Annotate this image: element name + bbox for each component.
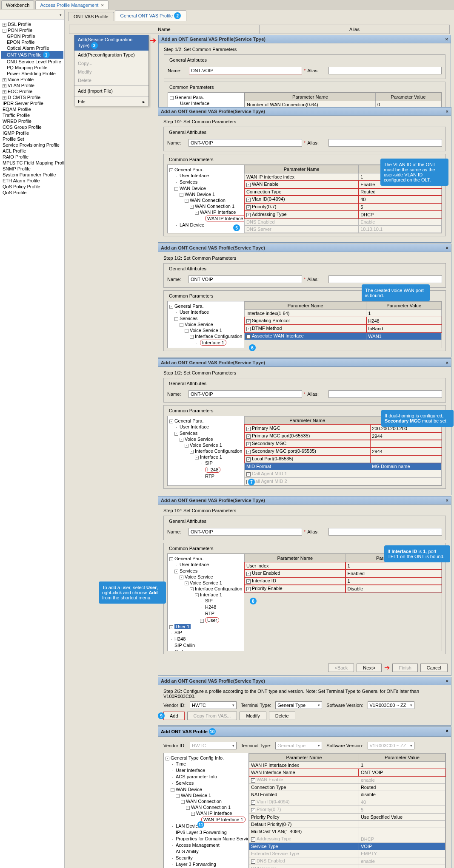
close-icon[interactable]: × [445,37,448,42]
sidebar-item[interactable]: Optical Alarm Profile [1,45,63,51]
cancel-button[interactable]: Cancel [420,664,448,672]
sidebar-item[interactable]: Traffic Profile [1,112,63,118]
sidebar-item[interactable]: GPON Profile [1,33,63,39]
tree-node[interactable]: ·Security [166,855,247,861]
tree-node[interactable]: -Voice Service 1 [169,442,242,448]
tree-node[interactable]: ·H248 [169,636,242,642]
tree-node[interactable]: -WAN Device [169,185,242,191]
sidebar-item[interactable]: PQ Mapping Profile [1,65,63,71]
tree-node[interactable]: -Interface 1 [169,454,242,460]
tree-node[interactable]: -WAN Device 1 [169,191,242,197]
sidebar-item[interactable]: IPDR Server Profile [1,100,63,106]
tree-node[interactable]: ·User Interface [169,562,242,568]
tree-node[interactable]: ·SIP [169,630,242,636]
tree-node[interactable]: ·Services [169,179,242,185]
tree-node[interactable]: -General Para. [169,303,242,309]
sidebar-item[interactable]: +EOC Profile [1,88,63,94]
tree-node[interactable]: -Voice Service [169,574,242,580]
vendor-select[interactable]: HWTC [190,701,237,709]
tree-node[interactable]: -Services [169,430,242,436]
tree-node[interactable]: -WAN Connection 1 [166,804,247,810]
close-icon[interactable]: × [446,678,448,684]
sidebar-item[interactable]: +DSL Profile [1,21,63,27]
tree-node[interactable]: -Interface Configuration [169,448,242,454]
name-input[interactable] [188,139,302,147]
tree-node[interactable]: -Services [169,315,242,321]
tree-node[interactable]: -WAN Device [166,786,247,792]
alias-input[interactable] [328,67,442,74]
tree-node[interactable]: ·Access Management [166,842,247,848]
ctx-file[interactable]: File▸ [74,97,148,106]
tree-node[interactable]: ·ACS parameter Info [166,774,247,780]
tab-apm[interactable]: Access Profile Management× [35,0,108,9]
sidebar-item[interactable]: QoS Profile [1,190,63,196]
tree-node[interactable]: ·User Interface [170,100,243,107]
close-icon[interactable]: × [101,3,103,8]
sidebar-item[interactable]: +D-CMTS Profile [1,94,63,100]
tree-node[interactable]: -Interface Configuration [169,333,242,339]
tree-node[interactable]: -WAN IP Interface [166,810,247,816]
tree-node[interactable]: ·Properties for Domain Name Service (D [166,836,247,842]
tree-node[interactable]: ·User Interface [169,424,242,430]
tree-node[interactable]: -General Para. [170,94,243,100]
tree-node[interactable]: ·SIP Callin [169,642,242,649]
tree-node[interactable]: ·SIP [169,598,242,604]
tree-node[interactable]: -General Para. [169,167,242,173]
delete-button[interactable]: Delete [269,712,295,720]
modify-button[interactable]: Modify [240,712,266,720]
close-icon[interactable]: × [446,109,448,114]
tree-node[interactable]: ·Layer 3 Forwarding [166,861,247,868]
tree-node[interactable]: ·WAN IP Interface 1 [169,215,242,222]
tree-node[interactable]: -WAN Connection [166,798,247,804]
tab-workbench[interactable]: Workbench [1,0,34,9]
tree-node[interactable]: -WAN Device 1 [166,792,247,798]
sidebar-item[interactable]: ACL Profile [1,148,63,154]
sidebar-item[interactable]: ONU Service Level Profile [1,59,63,65]
tree-node[interactable]: -WAN IP Interface [169,209,242,215]
tree-node[interactable]: ·User Interface [169,309,242,315]
terminal-type-select[interactable]: General Type [275,701,322,709]
tree-node[interactable]: -General Type Config Info. [166,755,247,761]
tree-node[interactable]: ·IPv6 Layer 3 Forwarding [166,829,247,836]
tree-node[interactable]: -Voice Service 1 [169,327,242,333]
ctx-add-svc[interactable]: Add(Service Configuration Type)3 [74,35,148,51]
tree-node[interactable]: -Services [169,568,242,574]
tree-node[interactable]: -Interface Configuration [169,586,242,592]
tree-node[interactable]: ·ALG Ability [166,848,247,855]
sidebar-item[interactable]: Power Shedding Profile [1,71,63,77]
sw-version-select[interactable]: V1R003C00 ~ ZZ [368,701,414,709]
tree-node[interactable]: ·LAN Device [166,823,247,829]
close-icon[interactable]: × [446,728,448,735]
tree-node[interactable]: ·Codec [169,649,242,651]
subtab-general-ont-vas[interactable]: General ONT VAS Profile2 [115,10,187,21]
sidebar-item[interactable]: COS Group Profile [1,124,63,130]
tree-node[interactable]: -Voice Service 1 [169,580,242,586]
sidebar-item[interactable]: ETH Alarm Profile [1,178,63,184]
tree-node[interactable]: -Voice Service [169,436,242,442]
sidebar-item[interactable]: EPON Profile [1,39,63,45]
sidebar-item[interactable]: MPLS TC Field Mapping Profile [1,160,63,166]
close-icon[interactable]: × [446,245,448,250]
ctx-add-pre[interactable]: Add(Preconfiguration Type) [74,51,148,59]
next-button[interactable]: Next> [357,664,382,672]
tree-node[interactable]: -General Para. [169,556,242,562]
alias-input[interactable] [328,139,442,147]
sidebar-item[interactable]: RAIO Profile [1,154,63,160]
tree-node[interactable]: ·Services [166,780,247,786]
sidebar-item[interactable]: -PON Profile [1,27,63,33]
tree-node[interactable]: ·Time [166,761,247,767]
tree-node[interactable]: ·User Interface [169,173,242,179]
subtab-ont-vas[interactable]: ONT VAS Profile [68,12,114,21]
name-input[interactable] [189,67,302,74]
sidebar-item[interactable]: +Voice Profile [1,77,63,82]
sidebar-dropdown[interactable]: ▾ [0,10,64,20]
ctx-import[interactable]: Add (Import File) [74,87,148,95]
tree-node[interactable]: -Voice Service [169,321,242,327]
sidebar-item[interactable]: Profile Set [1,136,63,142]
tree-node[interactable]: ·User Interface [166,767,247,774]
sidebar-item[interactable]: ONT VAS Profile1 [1,51,63,59]
sidebar-item[interactable]: +VLAN Profile [1,82,63,88]
col-name[interactable]: Name [69,25,260,34]
tree-node[interactable]: -WAN Connection [169,197,242,203]
tree-node[interactable]: ·LAN Device [169,222,242,228]
